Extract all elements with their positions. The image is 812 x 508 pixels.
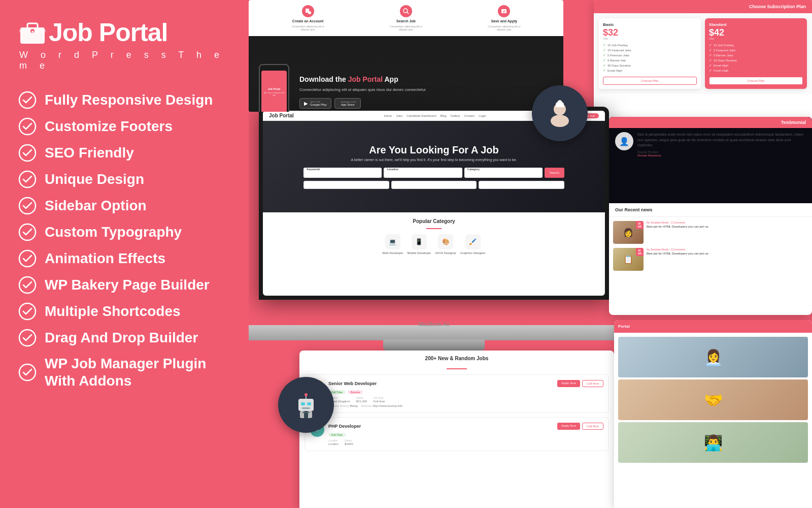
choose-basic-btn[interactable]: Choose Plan bbox=[603, 77, 697, 85]
svg-line-19 bbox=[407, 12, 409, 14]
feature-footers: Customize Footers bbox=[18, 114, 228, 139]
category-input[interactable]: Category bbox=[464, 168, 543, 178]
photo-grid: 👩‍💼 🤝 👨‍💻 bbox=[614, 333, 812, 467]
svg-text:★: ★ bbox=[31, 30, 35, 34]
check-icon-shortcodes bbox=[18, 302, 37, 321]
app-store-btn[interactable]: Download on theApp Store bbox=[334, 98, 361, 109]
popular-category-title: Popular Category bbox=[269, 218, 599, 224]
job-details-1: Location United Kingdom Salary $41,000 J… bbox=[328, 396, 603, 403]
check-icon-typography bbox=[18, 223, 37, 241]
cat-web-dev: 💻 Web Developer bbox=[382, 234, 403, 255]
check-icon-animation bbox=[18, 249, 37, 268]
pricing-cards: Basic $32 /mo 10 Job Posting 15 Featured… bbox=[594, 13, 812, 94]
feature-wpjob: WP Job Manager Plugin With Addons bbox=[18, 352, 228, 393]
apply-btn-2[interactable]: Apply Now bbox=[557, 423, 580, 430]
check-icon-bakery bbox=[18, 276, 37, 294]
nav-links: Home Jobs Candidate Dashboard Blog Galle… bbox=[384, 114, 486, 117]
svg-point-10 bbox=[19, 224, 36, 240]
feature-responsive: Fully Responsive Design bbox=[18, 87, 228, 113]
features-list: Fully Responsive Design Customize Footer… bbox=[18, 87, 228, 393]
job-title-1: Senior Web Developer bbox=[328, 381, 377, 386]
job-card-1: B Senior Web Developer Apply Now Call No… bbox=[304, 374, 609, 413]
svg-point-14 bbox=[19, 330, 36, 346]
photo-1: 👩‍💼 bbox=[618, 337, 808, 377]
svg-rect-26 bbox=[298, 399, 314, 411]
svg-point-9 bbox=[19, 198, 36, 214]
feature-text-animation: Animation Effects bbox=[45, 250, 165, 267]
job-details-2: Location London Salary $3000 bbox=[328, 439, 603, 446]
logo-subtitle: W o r d P r e s s T h e m e bbox=[19, 50, 228, 71]
svg-rect-1 bbox=[27, 23, 38, 28]
adv-input-1[interactable] bbox=[303, 181, 389, 189]
testimonial-role: Human Resource bbox=[637, 154, 806, 157]
feature-animation: Animation Effects bbox=[18, 246, 228, 271]
search-button[interactable]: Search bbox=[545, 168, 564, 178]
job-tag-remote: Remote bbox=[348, 390, 363, 394]
logo-area: ★ J o b Portal W o r d P r e s s T h e m… bbox=[18, 18, 228, 71]
check-icon-responsive bbox=[18, 91, 37, 109]
keyword-input[interactable]: Keywords bbox=[303, 168, 382, 178]
phone-mockup: Job Portal Are You Looking For A Job bbox=[259, 64, 289, 112]
feature-sidebar: Sidebar Option bbox=[18, 193, 228, 218]
popular-category: Popular Category 💻 Web Developer 📱 Mobil… bbox=[263, 212, 605, 261]
jobs-divider bbox=[447, 368, 467, 369]
right-mid-screenshot: Testimonial 👤 Sed ut perspiciatis unde o… bbox=[609, 117, 812, 315]
step-create: Create an Account Consectetur adipiscing… bbox=[290, 5, 326, 31]
logo-o-special: o bbox=[62, 20, 78, 45]
apply-btn-1[interactable]: Apply Now bbox=[557, 380, 580, 387]
check-icon-seo bbox=[18, 144, 37, 162]
news-badge-2: 18HR bbox=[636, 248, 644, 256]
feature-text-seo: SEO Friendly bbox=[45, 144, 134, 162]
portal-section-header: Portal bbox=[614, 320, 812, 333]
photo-3: 👨‍💻 bbox=[618, 422, 808, 463]
testimonial-body: 👤 Sed ut perspiciatis unde omnis iste na… bbox=[609, 128, 812, 161]
job-tag-fulltime-2: Full Time bbox=[328, 433, 346, 437]
cat-uiux: 🎨 UI/UX Designer bbox=[435, 234, 456, 255]
job-card-2: A PHP Developer Apply Now Call Now Full … bbox=[304, 417, 609, 451]
top-right-screenshot: Choose Subscription Plan Basic $32 /mo 1… bbox=[594, 0, 812, 122]
testimonial-quote: Sed ut perspiciatis unde omnis iste natu… bbox=[637, 132, 806, 148]
feature-text-typography: Custom Typography bbox=[45, 224, 182, 241]
feature-text-responsive: Fully Responsive Design bbox=[45, 91, 213, 109]
search-bar: Keywords Location Category Search bbox=[303, 168, 564, 178]
svg-point-17 bbox=[308, 11, 311, 14]
testimonial-header: Testimonial bbox=[609, 117, 812, 128]
adv-input-2[interactable] bbox=[391, 181, 477, 189]
svg-point-13 bbox=[19, 303, 36, 320]
bottom-right-screenshot: Portal 👩‍💼 🤝 👨‍💻 bbox=[614, 320, 812, 508]
check-icon-dragdrop bbox=[18, 329, 37, 347]
check-icon-footers bbox=[18, 117, 37, 136]
job-action-btns-1: Apply Now Call Now bbox=[557, 380, 603, 387]
bottom-center-screenshot: 200+ New & Random Jobs B Senior Web Deve… bbox=[299, 351, 614, 508]
hero-subtitle: A better career is out there, we'll help… bbox=[351, 158, 517, 162]
feature-text-footers: Customize Footers bbox=[45, 118, 173, 135]
adv-input-3[interactable] bbox=[479, 181, 564, 189]
call-btn-2[interactable]: Call Now bbox=[582, 423, 603, 430]
news-info-2: No Template Words · 3 Comments Best job … bbox=[647, 248, 808, 271]
advanced-search bbox=[303, 181, 564, 189]
job-title-row-1: Senior Web Developer Apply Now Call Now bbox=[328, 380, 603, 387]
svg-point-22 bbox=[551, 115, 569, 127]
check-icon-wpjob bbox=[18, 363, 37, 382]
badge-chef bbox=[532, 85, 588, 141]
hero-title: Are You Looking For A Job bbox=[369, 144, 499, 156]
cat-graphics: 🖌️ Graphics Designer bbox=[460, 234, 486, 255]
job-action-btns-2: Apply Now Call Now bbox=[557, 423, 603, 430]
news-info-1: No Template Words · 3 Comments Best job … bbox=[647, 221, 808, 244]
step-apply: Save and Apply Consectetur adipiscing el… bbox=[486, 5, 522, 31]
laptop-label: MacBook Air bbox=[418, 321, 450, 327]
left-panel: ★ J o b Portal W o r d P r e s s T h e m… bbox=[0, 0, 249, 508]
check-icon-sidebar bbox=[18, 197, 37, 215]
logo-rest: b Portal bbox=[77, 18, 167, 47]
news-item-2: 📋 18HR No Template Words · 3 Comments Be… bbox=[613, 248, 808, 271]
call-btn-1[interactable]: Call Now bbox=[582, 380, 603, 387]
location-input[interactable]: Location bbox=[384, 168, 462, 178]
feature-text-wpjob: WP Job Manager Plugin With Addons bbox=[45, 355, 206, 389]
logo-title-text: J o b Portal bbox=[49, 20, 168, 45]
feature-typography: Custom Typography bbox=[18, 219, 228, 245]
svg-point-8 bbox=[19, 171, 36, 187]
svg-rect-29 bbox=[302, 407, 310, 409]
choose-standard-btn[interactable]: Choose Plan bbox=[709, 77, 803, 85]
feature-shortcodes: Multiple Shortcodes bbox=[18, 299, 228, 324]
google-play-btn[interactable]: ▶ GET IT ONGoogle Play bbox=[299, 98, 331, 109]
